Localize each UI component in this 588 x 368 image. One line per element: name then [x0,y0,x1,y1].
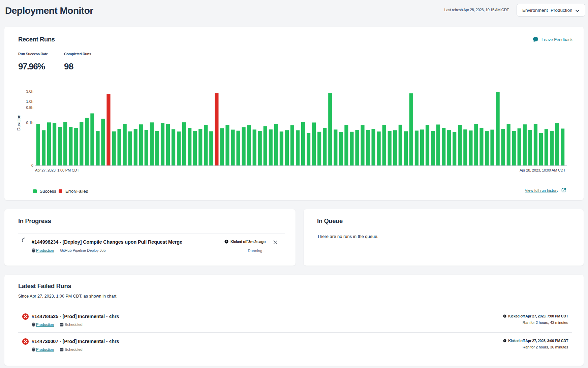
svg-text:Apr 28, 2023, 10:00 AM CDT: Apr 28, 2023, 10:00 AM CDT [520,168,566,172]
svg-text:1.0h: 1.0h [26,99,33,103]
svg-text:0.1h: 0.1h [26,121,33,125]
svg-text:3.0h: 3.0h [26,89,33,93]
svg-text:Apr 27, 2023, 1:00 PM CDT: Apr 27, 2023, 1:00 PM CDT [35,168,79,172]
svg-text:Duration: Duration [17,115,21,130]
svg-text:0: 0 [31,163,33,167]
svg-text:0.5h: 0.5h [26,105,33,110]
